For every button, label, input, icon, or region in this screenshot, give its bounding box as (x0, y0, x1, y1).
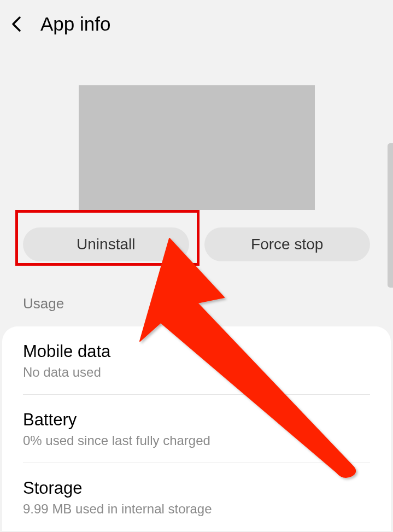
force-stop-button[interactable]: Force stop (204, 227, 371, 261)
scrollbar-indicator (388, 143, 393, 288)
header: App info (0, 0, 393, 48)
battery-item[interactable]: Battery 0% used since last fully charged (23, 395, 370, 463)
list-item-subtitle: 9.99 MB used in internal storage (23, 501, 370, 517)
storage-item[interactable]: Storage 9.99 MB used in internal storage (23, 463, 370, 531)
action-button-row: Uninstall Force stop (0, 227, 393, 261)
usage-section-label: Usage (0, 288, 393, 326)
list-item-title: Storage (23, 478, 370, 498)
back-icon[interactable] (10, 17, 23, 31)
uninstall-button[interactable]: Uninstall (23, 227, 189, 261)
list-item-subtitle: No data used (23, 365, 370, 380)
list-item-title: Mobile data (23, 342, 370, 361)
app-icon-placeholder (79, 85, 315, 210)
list-item-title: Battery (23, 410, 370, 430)
page-title: App info (40, 13, 110, 35)
list-item-subtitle: 0% used since last fully charged (23, 433, 370, 448)
usage-card: Mobile data No data used Battery 0% used… (2, 326, 391, 531)
mobile-data-item[interactable]: Mobile data No data used (23, 326, 370, 395)
